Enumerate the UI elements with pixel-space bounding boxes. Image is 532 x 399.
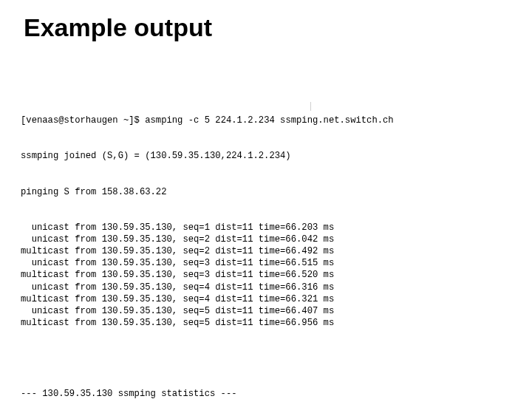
ping-row: unicast from 130.59.35.130, seq=3 dist=1… bbox=[21, 257, 511, 269]
ping-row: multicast from 130.59.35.130, seq=5 dist… bbox=[21, 317, 511, 329]
ping-row: multicast from 130.59.35.130, seq=4 dist… bbox=[21, 293, 511, 305]
pinging-line: pinging S from 158.38.63.22 bbox=[21, 186, 511, 198]
joined-line: ssmping joined (S,G) = (130.59.35.130,22… bbox=[21, 150, 511, 162]
shell-prompt: [venaas@storhaugen ~]$ bbox=[21, 115, 140, 126]
decorative-tick bbox=[310, 102, 311, 111]
command-line: [venaas@storhaugen ~]$ asmping -c 5 224.… bbox=[21, 115, 511, 126]
ping-row: multicast from 130.59.35.130, seq=3 dist… bbox=[21, 269, 511, 281]
stats-header: --- 130.59.35.130 ssmping statistics --- bbox=[21, 388, 511, 399]
statistics-block: --- 130.59.35.130 ssmping statistics ---… bbox=[21, 364, 511, 399]
ping-row: unicast from 130.59.35.130, seq=4 dist=1… bbox=[21, 282, 511, 293]
ping-row: unicast from 130.59.35.130, seq=5 dist=1… bbox=[21, 305, 511, 317]
command-text: asmping -c 5 224.1.2.234 ssmping.net.swi… bbox=[145, 115, 393, 126]
slide: Example output [venaas@storhaugen ~]$ as… bbox=[0, 0, 532, 399]
ping-row: unicast from 130.59.35.130, seq=1 dist=1… bbox=[21, 222, 511, 233]
ping-row: unicast from 130.59.35.130, seq=2 dist=1… bbox=[21, 233, 511, 245]
slide-title: Example output bbox=[24, 13, 511, 42]
ping-row: multicast from 130.59.35.130, seq=2 dist… bbox=[21, 245, 511, 257]
terminal-output: [venaas@storhaugen ~]$ asmping -c 5 224.… bbox=[21, 91, 511, 352]
